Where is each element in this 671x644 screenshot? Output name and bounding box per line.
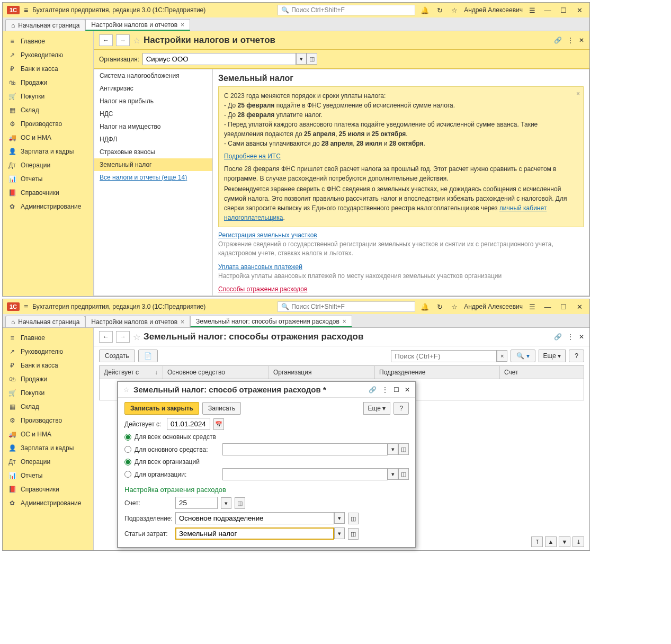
col-org[interactable]: Организация <box>269 366 375 379</box>
kebab-icon[interactable]: ⋮ <box>382 386 388 393</box>
bell-icon[interactable]: 🔔 <box>419 6 430 14</box>
sidebar-item[interactable]: 🚚ОС и НМА <box>5 131 91 145</box>
sidebar-item[interactable]: ↗Руководителю <box>5 345 91 359</box>
save-close-button[interactable]: Записать и закрыть <box>124 402 199 415</box>
tab-home[interactable]: ⌂Начальная страница <box>5 19 85 31</box>
sidebar-item[interactable]: 🛒Покупки <box>5 386 91 400</box>
acc-input[interactable] <box>175 497 218 509</box>
chevron-down-icon[interactable]: ▾ <box>388 468 398 480</box>
sidebar-item[interactable]: ⚙Производство <box>5 117 91 131</box>
dep-combo[interactable]: ▾ <box>175 512 345 524</box>
subnav-item[interactable]: Антикризис <box>94 82 212 95</box>
radio-one-asset[interactable] <box>124 446 131 453</box>
global-search-input[interactable] <box>291 303 411 310</box>
radio-one-org[interactable] <box>124 471 131 478</box>
open-icon[interactable]: ◫ <box>307 53 317 65</box>
nav-top-icon[interactable]: ⤒ <box>531 536 543 547</box>
nav-up-icon[interactable]: ▲ <box>545 536 557 547</box>
nav-fwd[interactable]: → <box>116 34 130 46</box>
maximize-button[interactable]: ☐ <box>558 6 569 14</box>
sidebar-item[interactable]: 📊Отчеты <box>5 469 91 482</box>
sidebar-item[interactable]: 🚚ОС и НМА <box>5 427 91 441</box>
page-close-icon[interactable]: ✕ <box>579 333 584 341</box>
chevron-down-icon[interactable]: ▾ <box>334 512 345 524</box>
sidebar-item[interactable]: 🛒Покупки <box>5 90 91 103</box>
save-button[interactable]: Записать <box>202 402 241 415</box>
radio-all-assets[interactable] <box>124 434 131 441</box>
kebab-icon[interactable]: ⋮ <box>567 37 574 44</box>
sidebar-item[interactable]: ≡Главное <box>5 331 91 345</box>
subnav-item[interactable]: НДФЛ <box>94 133 212 146</box>
chevron-down-icon[interactable]: ▾ <box>334 527 345 539</box>
link-ways[interactable]: Способы отражения расходов <box>218 285 307 293</box>
sidebar-item[interactable]: ↗Руководителю <box>5 48 91 62</box>
page-close-icon[interactable]: ✕ <box>579 37 584 44</box>
close-button[interactable]: ✕ <box>574 6 585 14</box>
star-icon[interactable]: ☆ <box>449 303 460 311</box>
fav-icon[interactable]: ☆ <box>123 386 129 393</box>
col-date[interactable]: Действует с↓ <box>100 366 163 379</box>
subnav-item[interactable]: НДС <box>94 108 212 120</box>
global-search-input[interactable] <box>291 6 411 14</box>
col-asset[interactable]: Основное средство <box>163 366 269 379</box>
minimize-button[interactable]: — <box>542 303 553 311</box>
sidebar-item[interactable]: 👤Зарплата и кадры <box>5 145 91 158</box>
chevron-down-icon[interactable]: ▾ <box>388 443 398 455</box>
sidebar-item[interactable]: ≡Главное <box>5 34 91 48</box>
sidebar-item[interactable]: 👤Зарплата и кадры <box>5 441 91 455</box>
open-icon[interactable]: ◫ <box>348 528 359 540</box>
sidebar-item[interactable]: 📕Справочники <box>5 186 91 200</box>
bell-icon[interactable]: 🔔 <box>419 303 430 311</box>
help-button[interactable]: ? <box>569 350 584 362</box>
col-dep[interactable]: Подразделение <box>375 366 500 379</box>
tab-home[interactable]: ⌂Начальная страница <box>5 316 85 327</box>
nav-down-icon[interactable]: ▼ <box>559 536 570 547</box>
subnav-item[interactable]: Страховые взносы <box>94 146 212 158</box>
nav-back[interactable]: ← <box>99 331 113 343</box>
nav-back[interactable]: ← <box>99 34 113 46</box>
clear-icon[interactable]: × <box>497 350 507 362</box>
close-icon[interactable]: × <box>343 318 346 325</box>
tab-tax-settings[interactable]: Настройки налогов и отчетов× <box>85 19 190 31</box>
nav-fwd[interactable]: → <box>116 331 130 343</box>
star-icon[interactable]: ☆ <box>449 6 460 14</box>
subnav-item[interactable]: Налог на прибыль <box>94 95 212 108</box>
tab-tax-settings[interactable]: Настройки налогов и отчетов× <box>85 316 190 327</box>
minimize-button[interactable]: — <box>542 6 553 14</box>
link-advance[interactable]: Уплата авансовых платежей <box>218 263 302 271</box>
org-input[interactable] <box>142 53 296 65</box>
sidebar-item[interactable]: 🛍Продажи <box>5 76 91 90</box>
radio-all-orgs[interactable] <box>124 459 131 466</box>
main-menu-icon[interactable]: ≡ <box>24 6 28 14</box>
chevron-down-icon[interactable]: ▾ <box>296 53 307 65</box>
link-icon[interactable]: 🔗 <box>554 333 562 341</box>
history-icon[interactable]: ↻ <box>434 6 445 14</box>
find-button[interactable]: 🔍 ▾ <box>511 350 535 362</box>
nav-bottom-icon[interactable]: ⤓ <box>572 536 584 547</box>
copy-button[interactable]: 📄 <box>138 350 158 362</box>
close-icon[interactable]: × <box>576 89 580 99</box>
sidebar-item[interactable]: 🛍Продажи <box>5 372 91 386</box>
calendar-icon[interactable]: 📅 <box>213 418 224 430</box>
asset-combo[interactable]: ▾◫ <box>222 443 409 455</box>
open-icon[interactable]: ◫ <box>235 497 245 509</box>
user-label[interactable]: Андрей Алексеевич <box>464 6 523 14</box>
main-menu-icon[interactable]: ≡ <box>24 302 28 311</box>
sidebar-item[interactable]: ₽Банк и касса <box>5 62 91 76</box>
link-icon[interactable]: 🔗 <box>554 37 562 44</box>
help-button[interactable]: ? <box>393 402 409 415</box>
sidebar-item[interactable]: ₽Банк и касса <box>5 359 91 372</box>
subnav-item[interactable]: Земельный налог <box>94 158 212 171</box>
global-search[interactable]: 🔍 <box>278 5 415 15</box>
open-icon[interactable]: ◫ <box>398 468 409 480</box>
link-icon[interactable]: 🔗 <box>369 386 377 393</box>
sidebar-item[interactable]: ▦Склад <box>5 400 91 414</box>
maximize-button[interactable]: ☐ <box>558 303 569 311</box>
sidebar-item[interactable]: ▦Склад <box>5 103 91 117</box>
chevron-down-icon[interactable]: ▾ <box>221 497 231 509</box>
link-its[interactable]: Подробнее на ИТС <box>224 153 281 160</box>
art-combo[interactable]: ▾ <box>175 527 345 540</box>
settings-bar-icon[interactable]: ☰ <box>527 303 538 311</box>
user-label[interactable]: Андрей Алексеевич <box>464 303 523 310</box>
link-register[interactable]: Регистрация земельных участков <box>218 231 317 239</box>
